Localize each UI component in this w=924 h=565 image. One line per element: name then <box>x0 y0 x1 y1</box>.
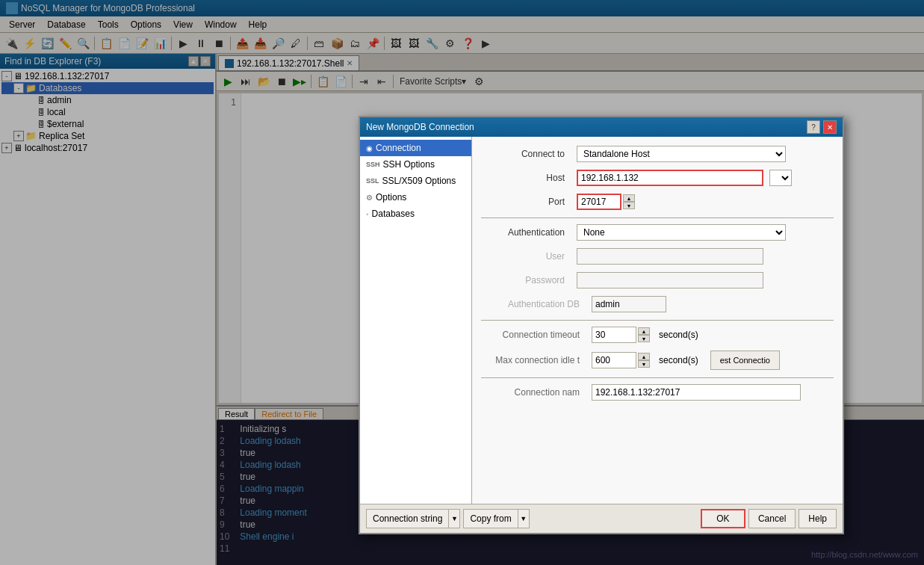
modal-title-bar: New MongoDB Connection ? ✕ <box>360 117 843 137</box>
modal-help-btn[interactable]: ? <box>807 120 820 134</box>
modal-nav-options-label: Options <box>376 192 406 203</box>
modal-close-btn[interactable]: ✕ <box>823 120 837 134</box>
auth-db-input[interactable] <box>592 296 666 312</box>
modal-footer: Connection string ▼ Copy from ▼ OK Cance… <box>360 504 843 533</box>
modal-overlay: New MongoDB Connection ? ✕ ◉ Connection … <box>0 0 924 565</box>
ssl-nav-icon: SSL <box>366 177 379 185</box>
copy-from-dropdown: Copy from ▼ <box>463 509 529 528</box>
test-connection-btn[interactable]: est Connectio <box>710 351 780 370</box>
conn-timeout-input[interactable] <box>592 327 636 343</box>
port-input[interactable] <box>577 194 621 210</box>
new-connection-modal: New MongoDB Connection ? ✕ ◉ Connection … <box>359 116 844 534</box>
conn-timeout-unit: second(s) <box>659 330 698 340</box>
modal-nav-ssl[interactable]: SSL SSL/X509 Options <box>360 173 471 189</box>
max-conn-row: Max connection idle t ▲ ▼ second(s) est … <box>481 351 834 370</box>
modal-nav-databases-label: Databases <box>372 209 415 219</box>
max-conn-input[interactable] <box>592 352 636 368</box>
password-row: Password <box>481 272 834 288</box>
password-input[interactable] <box>577 272 763 288</box>
connect-to-row: Connect to Standalone Host Replica Set S… <box>481 146 834 162</box>
host-label: Host <box>481 173 571 183</box>
conn-timeout-label: Connection timeout <box>481 330 586 340</box>
copy-from-btn[interactable]: Copy from <box>463 509 517 528</box>
watermark: http://blog.csdn.net/www.com <box>811 550 918 559</box>
modal-nav-ssh[interactable]: SSH SSH Options <box>360 156 471 173</box>
host-row: Host <box>481 170 834 186</box>
conn-timeout-increment[interactable]: ▲ <box>638 327 650 335</box>
conn-name-input[interactable] <box>592 384 801 401</box>
max-conn-label: Max connection idle t <box>481 355 586 365</box>
max-conn-spinner: ▲ ▼ <box>592 352 650 368</box>
modal-nav-databases[interactable]: ◦ Databases <box>360 206 471 222</box>
cancel-button[interactable]: Cancel <box>748 509 796 528</box>
max-conn-increment[interactable]: ▲ <box>638 353 650 360</box>
auth-select[interactable]: None Username/Password X.509 <box>577 224 786 241</box>
connection-string-dropdown: Connection string ▼ <box>366 509 460 528</box>
user-label: User <box>481 251 571 262</box>
max-conn-unit: second(s) <box>659 355 698 365</box>
conn-timeout-spinner: ▲ ▼ <box>592 327 650 343</box>
help-button[interactable]: Help <box>799 509 837 528</box>
conn-name-row: Connection nam <box>481 384 834 401</box>
auth-db-row: Authentication DB <box>481 296 834 312</box>
ssh-nav-icon: SSH <box>366 161 380 168</box>
connect-to-select[interactable]: Standalone Host Replica Set Sharded Clus… <box>577 146 786 162</box>
port-spinner-btns: ▲ ▼ <box>623 194 635 209</box>
port-spinner-wrap: ▲ ▼ <box>577 194 635 210</box>
divider-3 <box>481 377 834 378</box>
host-dropdown[interactable] <box>769 170 792 186</box>
modal-title: New MongoDB Connection <box>366 122 474 132</box>
connection-string-arrow[interactable]: ▼ <box>448 509 460 528</box>
modal-sidebar: ◉ Connection SSH SSH Options SSL SSL/X50… <box>360 137 472 504</box>
auth-label: Authentication <box>481 227 571 238</box>
port-increment-btn[interactable]: ▲ <box>623 194 635 202</box>
options-nav-icon: ⚙ <box>366 194 373 202</box>
conn-timeout-row: Connection timeout ▲ ▼ second(s) <box>481 327 834 343</box>
port-label: Port <box>481 197 571 207</box>
modal-nav-ssl-label: SSL/X509 Options <box>382 176 456 186</box>
max-conn-decrement[interactable]: ▼ <box>638 360 650 368</box>
modal-nav-ssh-label: SSH Options <box>383 159 435 170</box>
connection-string-btn[interactable]: Connection string <box>366 509 448 528</box>
connection-nav-icon: ◉ <box>366 144 373 152</box>
copy-from-arrow[interactable]: ▼ <box>518 509 530 528</box>
modal-nav-options[interactable]: ⚙ Options <box>360 189 471 206</box>
conn-name-label: Connection nam <box>481 387 586 398</box>
divider-1 <box>481 217 834 218</box>
databases-nav-icon: ◦ <box>366 210 369 218</box>
modal-body: ◉ Connection SSH SSH Options SSL SSL/X50… <box>360 137 843 504</box>
divider-2 <box>481 320 834 321</box>
max-conn-spinner-btns: ▲ ▼ <box>638 353 650 368</box>
user-input[interactable] <box>577 248 763 265</box>
user-row: User <box>481 248 834 265</box>
connect-to-label: Connect to <box>481 149 571 159</box>
conn-timeout-spinner-btns: ▲ ▼ <box>638 327 650 342</box>
port-row: Port ▲ ▼ <box>481 194 834 210</box>
auth-db-label: Authentication DB <box>481 299 586 309</box>
modal-nav-connection-label: Connection <box>376 143 421 153</box>
auth-row: Authentication None Username/Password X.… <box>481 224 834 241</box>
conn-timeout-decrement[interactable]: ▼ <box>638 335 650 342</box>
host-input[interactable] <box>577 170 763 186</box>
modal-title-controls: ? ✕ <box>807 120 837 134</box>
password-label: Password <box>481 275 571 285</box>
port-decrement-btn[interactable]: ▼ <box>623 202 635 209</box>
ok-button[interactable]: OK <box>701 509 745 528</box>
modal-nav-connection[interactable]: ◉ Connection <box>360 140 471 156</box>
modal-form: Connect to Standalone Host Replica Set S… <box>472 137 843 504</box>
